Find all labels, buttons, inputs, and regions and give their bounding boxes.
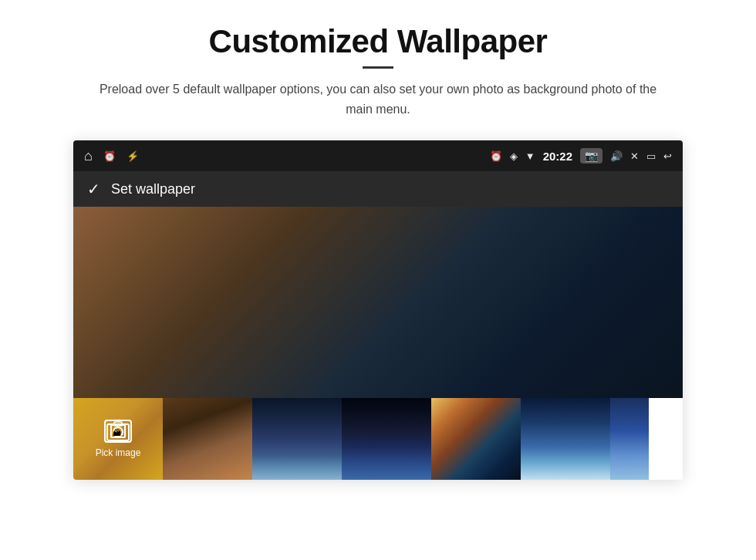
alarm-icon: ⏰ [490, 150, 502, 162]
camera-icon[interactable]: 📷 [580, 148, 602, 164]
wallpaper-thumb-3[interactable] [252, 398, 342, 480]
location-icon: ◈ [510, 150, 518, 162]
pick-image-thumb[interactable]: Pick image [73, 398, 163, 480]
status-left: ⌂ ⏰ ⚡ [84, 148, 139, 164]
action-title: Set wallpaper [111, 181, 195, 197]
wallpaper-thumb-6[interactable] [521, 398, 610, 480]
back-icon[interactable]: ↩ [663, 150, 672, 162]
wallpaper-preview [73, 207, 683, 398]
svg-point-1 [113, 427, 123, 437]
home-icon[interactable]: ⌂ [84, 148, 93, 164]
wallpaper-thumb-2[interactable] [163, 398, 252, 480]
page-subtitle: Preload over 5 default wallpaper options… [89, 79, 667, 119]
status-right: ⏰ ◈ ▼ 20:22 📷 🔊 ✕ ▭ ↩ [490, 148, 672, 164]
wallpaper-thumb-5[interactable] [431, 398, 521, 480]
confirm-checkmark[interactable]: ✓ [87, 180, 100, 198]
page-container: Customized Wallpaper Preload over 5 defa… [0, 0, 756, 560]
time-display: 20:22 [543, 150, 572, 163]
thumbnails-row: Pick image [73, 398, 683, 480]
wifi-icon: ▼ [525, 150, 535, 162]
volume-icon[interactable]: 🔊 [610, 150, 623, 162]
title-section: Customized Wallpaper Preload over 5 defa… [89, 23, 667, 119]
pick-image-label: Pick image [96, 447, 141, 458]
close-icon[interactable]: ✕ [630, 150, 639, 162]
page-title: Customized Wallpaper [89, 23, 667, 60]
clock-icon: ⏰ [103, 150, 116, 162]
svg-rect-0 [107, 424, 129, 440]
svg-rect-2 [114, 422, 122, 426]
window-icon[interactable]: ▭ [646, 150, 656, 162]
status-bar: ⌂ ⏰ ⚡ ⏰ ◈ ▼ 20:22 📷 🔊 ✕ ▭ ↩ [73, 140, 683, 171]
title-divider [363, 66, 393, 69]
wallpaper-thumb-4[interactable] [342, 398, 431, 480]
pick-image-icon [104, 420, 132, 443]
action-bar: ✓ Set wallpaper [73, 171, 683, 207]
device-screenshot: ⌂ ⏰ ⚡ ⏰ ◈ ▼ 20:22 📷 🔊 ✕ ▭ ↩ ✓ Set wallpa… [73, 140, 683, 480]
usb-icon: ⚡ [127, 150, 139, 162]
wallpaper-thumb-7[interactable] [610, 398, 649, 480]
